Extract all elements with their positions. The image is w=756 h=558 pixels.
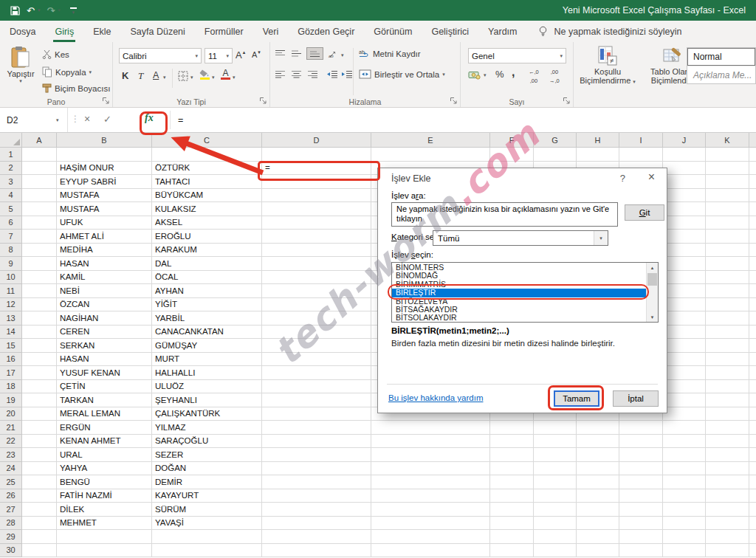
orientation-button[interactable]: ab xyxy=(328,49,339,58)
column-header[interactable]: D xyxy=(262,133,371,148)
grid-cell[interactable] xyxy=(619,530,663,544)
grid-cell[interactable] xyxy=(663,162,706,176)
grid-cell[interactable] xyxy=(577,530,619,544)
grid-cell[interactable] xyxy=(262,148,371,162)
grid-cell[interactable] xyxy=(371,530,490,544)
grid-cell[interactable] xyxy=(371,448,490,462)
grid-cell[interactable] xyxy=(706,244,749,258)
grid-cell[interactable] xyxy=(749,393,756,407)
grid-cell[interactable] xyxy=(663,284,706,298)
grid-cell[interactable] xyxy=(490,421,534,435)
grid-cell[interactable] xyxy=(22,230,57,244)
grid-cell[interactable]: ÇETİN xyxy=(57,380,152,394)
grid-cell[interactable] xyxy=(262,326,371,340)
category-dropdown-icon[interactable]: ▾ xyxy=(594,231,608,245)
grid-cell[interactable] xyxy=(371,475,490,489)
column-header[interactable]: J xyxy=(663,133,706,148)
shrink-font-button[interactable]: A▾ xyxy=(252,50,261,59)
decrease-indent-button[interactable] xyxy=(326,70,338,78)
borders-dropdown-icon[interactable]: ▾ xyxy=(190,75,193,80)
grid-cell[interactable]: YİĞİT xyxy=(152,298,262,312)
cancel-entry-icon[interactable]: × xyxy=(84,113,90,125)
grid-cell[interactable] xyxy=(22,148,57,162)
grid-cell[interactable] xyxy=(663,530,706,544)
grid-cell[interactable] xyxy=(706,326,749,340)
column-header[interactable]: G xyxy=(534,133,577,148)
paste-dropdown-icon[interactable]: ▾ xyxy=(19,78,22,84)
grid-cell[interactable] xyxy=(152,544,262,558)
grid-cell[interactable] xyxy=(619,148,663,162)
row-header[interactable]: 13 xyxy=(0,311,22,326)
grid-cell[interactable]: NAGİHAN xyxy=(57,311,152,326)
formula-input[interactable]: = xyxy=(171,108,756,132)
grid-cell[interactable]: CANACANKATAN xyxy=(152,326,262,340)
ok-button[interactable]: Tamam xyxy=(554,390,599,407)
tab-gelistirici[interactable]: Geliştirici xyxy=(422,21,478,42)
grid-cell[interactable] xyxy=(663,202,706,216)
grid-cell[interactable] xyxy=(22,202,57,216)
align-right-button[interactable] xyxy=(307,70,318,78)
grid-cell[interactable]: KARAKUM xyxy=(152,244,262,258)
enter-entry-icon[interactable]: ✓ xyxy=(103,114,111,125)
row-header[interactable]: 3 xyxy=(0,175,22,189)
grid-cell[interactable]: HAŞİM ONUR xyxy=(57,162,152,176)
grid-cell[interactable] xyxy=(706,175,749,189)
grid-cell[interactable] xyxy=(706,189,749,203)
grid-cell[interactable]: HALHALLI xyxy=(152,366,262,380)
grid-cell[interactable] xyxy=(22,162,57,176)
grid-cell[interactable] xyxy=(371,544,490,558)
grid-cell[interactable] xyxy=(749,517,756,531)
grid-cell[interactable] xyxy=(22,366,57,380)
grid-cell[interactable] xyxy=(749,230,756,244)
grid-cell[interactable] xyxy=(619,489,663,503)
grid-cell[interactable]: AYHAN xyxy=(152,284,262,298)
grid-cell[interactable] xyxy=(577,503,619,517)
grid-cell[interactable] xyxy=(663,189,706,203)
grid-cell[interactable]: FATİH NAZMİ xyxy=(57,489,152,503)
grid-cell[interactable] xyxy=(749,530,756,544)
grid-cell[interactable]: ÖCAL xyxy=(152,271,262,285)
scroll-up-icon[interactable]: ▲ xyxy=(647,263,658,272)
grid-cell[interactable] xyxy=(706,489,749,503)
grid-cell[interactable]: ÖZCAN xyxy=(57,298,152,312)
align-bottom-button[interactable] xyxy=(307,48,323,59)
grid-cell[interactable] xyxy=(490,148,534,162)
grid-cell[interactable] xyxy=(706,421,749,435)
format-painter-button[interactable]: Biçim Boyacısı xyxy=(42,83,110,93)
grid-cell[interactable] xyxy=(490,544,534,558)
row-header[interactable]: 21 xyxy=(0,421,22,435)
align-left-button[interactable] xyxy=(275,70,286,78)
grid-cell[interactable] xyxy=(371,435,490,449)
grid-cell[interactable]: BÜYÜKCAM xyxy=(152,189,262,203)
scrollbar-thumb[interactable] xyxy=(647,273,657,286)
grid-cell[interactable]: SEZER xyxy=(152,448,262,462)
grid-cell[interactable] xyxy=(706,380,749,394)
grid-cell[interactable] xyxy=(706,544,749,558)
select-all-corner[interactable] xyxy=(0,133,22,148)
row-header[interactable]: 27 xyxy=(0,503,22,517)
grid-cell[interactable] xyxy=(262,435,371,449)
grid-cell[interactable]: ÇALIŞKANTÜRK xyxy=(152,407,262,421)
grid-cell[interactable]: DAL xyxy=(152,257,262,271)
grid-cell[interactable] xyxy=(262,189,371,203)
grid-cell[interactable] xyxy=(619,448,663,462)
grid-cell[interactable] xyxy=(262,489,371,503)
save-icon[interactable] xyxy=(10,6,20,16)
grid-cell[interactable] xyxy=(262,530,371,544)
grid-cell[interactable] xyxy=(749,284,756,298)
grid-cell[interactable] xyxy=(152,148,262,162)
grid-cell[interactable]: HASAN xyxy=(57,257,152,271)
grid-cell[interactable] xyxy=(22,503,57,517)
grid-cell[interactable] xyxy=(534,503,577,517)
row-header[interactable]: 11 xyxy=(0,284,22,298)
grid-cell[interactable] xyxy=(619,503,663,517)
grid-cell[interactable]: YARBİL xyxy=(152,311,262,326)
grid-cell[interactable] xyxy=(22,380,57,394)
grid-cell[interactable] xyxy=(749,311,756,326)
grid-cell[interactable] xyxy=(262,462,371,476)
grid-cell[interactable] xyxy=(262,353,371,367)
row-header[interactable]: 20 xyxy=(0,407,22,421)
grid-cell[interactable] xyxy=(490,489,534,503)
grid-cell[interactable]: DOĞAN xyxy=(152,462,262,476)
row-header[interactable]: 19 xyxy=(0,393,22,407)
